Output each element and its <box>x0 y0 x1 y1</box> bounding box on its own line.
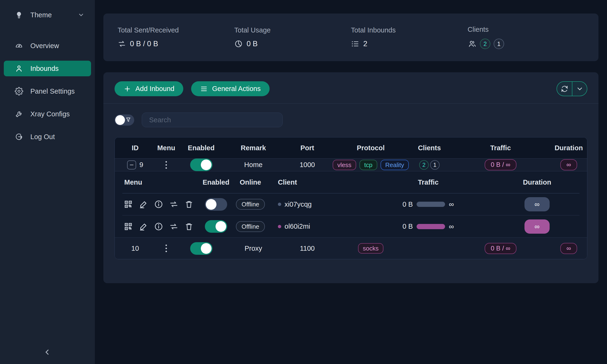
row-menu-button[interactable] <box>164 160 168 170</box>
chevron-down-icon <box>78 12 84 18</box>
clients-enabled-badge: 2 <box>419 160 429 170</box>
client-enabled-toggle[interactable] <box>205 198 227 211</box>
table-header-row: ID Menu Enabled Remark Port Protocol Cli… <box>115 137 587 158</box>
delete-icon[interactable] <box>184 221 194 232</box>
sidebar-item-log-out[interactable]: Log Out <box>4 129 91 144</box>
inbound-enabled-toggle[interactable] <box>190 242 212 255</box>
refresh-button-group <box>556 81 587 96</box>
stat-total-inbounds: Total Inbounds 2 <box>351 26 468 48</box>
client-status-dot <box>278 225 281 228</box>
client-status-dot <box>278 203 281 206</box>
info-icon[interactable] <box>154 199 164 209</box>
search-input[interactable] <box>142 113 283 127</box>
col-header-id: ID <box>115 144 156 152</box>
client-row: Offline xi07ycqg 0 B ∞ <box>122 193 580 215</box>
info-icon[interactable] <box>154 221 164 232</box>
protocol-tag: Reality <box>381 160 409 170</box>
pie-chart-icon <box>234 39 243 48</box>
client-duration-badge: ∞ <box>525 197 550 211</box>
inbound-port: 1100 <box>281 245 333 252</box>
subcol-header-traffic: Traffic <box>362 179 495 186</box>
refresh-button[interactable] <box>557 82 572 96</box>
stat-total-usage: Total Usage 0 B <box>234 26 351 48</box>
stat-total-sent-received: Total Sent/Received 0 B / 0 B <box>118 26 234 48</box>
col-header-menu: Menu <box>156 144 177 152</box>
table-row[interactable]: − 9 Home 1000 vless tcp Reality 2 <box>115 158 587 237</box>
subcol-header-online: Online <box>231 179 269 186</box>
inbound-remark: Proxy <box>225 245 281 252</box>
traffic-progress-bar <box>417 202 445 207</box>
inbounds-card: Add Inbound General Actions <box>103 72 598 283</box>
chevron-down-icon <box>576 85 583 93</box>
table-row[interactable]: 10 Proxy 1100 socks 0 B / ∞ ∞ <box>115 237 587 259</box>
reset-traffic-icon[interactable] <box>169 221 179 232</box>
stats-card: Total Sent/Received 0 B / 0 B Total Usag… <box>103 13 598 61</box>
gear-icon <box>14 87 24 96</box>
gauge-icon <box>14 41 24 51</box>
stat-value: 0 B / 0 B <box>130 39 158 48</box>
subcol-header-client: Client <box>269 179 362 186</box>
qr-code-icon[interactable] <box>123 199 133 209</box>
sidebar-item-xray-configs[interactable]: Xray Configs <box>4 106 91 122</box>
sidebar-item-theme[interactable]: Theme <box>4 7 91 23</box>
client-traffic-value: 0 B <box>403 200 413 208</box>
inbounds-table: ID Menu Enabled Remark Port Protocol Cli… <box>115 137 587 259</box>
traffic-limit: ∞ <box>449 222 454 231</box>
add-inbound-label: Add Inbound <box>135 85 174 93</box>
inbound-id: 9 <box>139 161 143 169</box>
col-header-remark: Remark <box>225 144 281 152</box>
client-row: Offline ol60i2mi 0 B ∞ <box>122 215 580 237</box>
client-name: ol60i2mi <box>285 222 310 230</box>
sidebar-item-overview[interactable]: Overview <box>4 38 91 53</box>
traffic-progress-bar <box>417 224 445 229</box>
sidebar-item-panel-settings[interactable]: Panel Settings <box>4 83 91 99</box>
stat-label: Total Usage <box>234 26 351 34</box>
search-row <box>115 113 587 127</box>
main-content: Total Sent/Received 0 B / 0 B Total Usag… <box>95 0 607 364</box>
collapse-row-button[interactable]: − <box>127 160 136 169</box>
col-header-protocol: Protocol <box>333 144 408 152</box>
stat-label: Clients <box>468 26 584 33</box>
toolbar-divider <box>103 103 598 104</box>
refresh-dropdown-button[interactable] <box>572 82 587 96</box>
client-duration-badge: ∞ <box>525 220 550 234</box>
edit-icon[interactable] <box>138 221 148 232</box>
sidebar-item-label: Log Out <box>30 133 55 141</box>
swap-arrows-icon <box>118 39 127 48</box>
sidebar-collapse-button[interactable] <box>40 345 55 360</box>
col-header-enabled: Enabled <box>177 144 225 152</box>
sidebar-item-label: Panel Settings <box>30 88 75 95</box>
lightbulb-icon <box>14 10 24 20</box>
wrench-icon <box>14 109 24 119</box>
add-inbound-button[interactable]: Add Inbound <box>115 81 183 96</box>
reset-traffic-icon[interactable] <box>169 199 179 209</box>
subtable-header-row: Menu Enabled Online Client Traffic Durat… <box>122 171 580 193</box>
inbound-id: 10 <box>131 245 139 252</box>
sidebar-item-label: Inbounds <box>30 65 59 73</box>
qr-code-icon[interactable] <box>123 221 133 232</box>
client-enabled-toggle[interactable] <box>205 220 227 233</box>
toolbar: Add Inbound General Actions <box>115 81 587 96</box>
row-menu-button[interactable] <box>164 243 168 254</box>
protocol-tag: vless <box>333 160 356 170</box>
stat-label: Total Sent/Received <box>118 26 234 34</box>
online-status-badge: Offline <box>236 221 265 232</box>
edit-icon[interactable] <box>138 199 148 209</box>
protocol-tag: socks <box>358 243 383 254</box>
subcol-header-menu: Menu <box>122 179 201 186</box>
online-status-badge: Offline <box>236 199 265 210</box>
col-header-traffic: Traffic <box>451 144 550 152</box>
traffic-badge: 0 B / ∞ <box>485 159 516 170</box>
clients-total-badge: 1 <box>430 160 440 170</box>
sidebar-item-inbounds[interactable]: Inbounds <box>4 61 91 76</box>
funnel-icon <box>125 117 131 123</box>
user-icon <box>14 64 24 73</box>
delete-icon[interactable] <box>184 199 194 209</box>
inbound-enabled-toggle[interactable] <box>190 158 212 171</box>
filter-toggle[interactable] <box>115 115 134 126</box>
sidebar-item-label: Overview <box>30 42 59 50</box>
subcol-header-enabled: Enabled <box>201 179 231 186</box>
clients-online-badge: 2 <box>480 39 490 49</box>
stat-clients: Clients 2 1 <box>468 26 584 49</box>
general-actions-button[interactable]: General Actions <box>191 81 270 96</box>
